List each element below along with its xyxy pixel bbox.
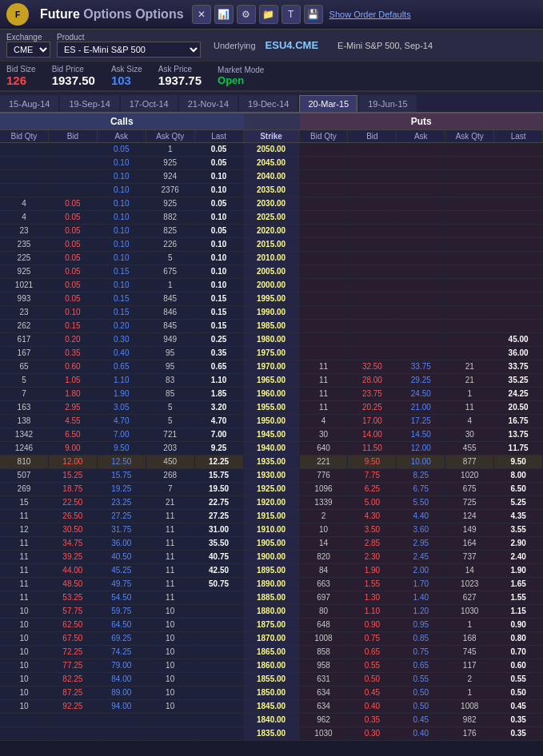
- c-ask[interactable]: 27.25: [98, 510, 146, 523]
- table-row[interactable]: 12 30.50 31.75 11 31.00 1910.00 10 3.50 …: [0, 523, 543, 537]
- table-row[interactable]: 11 26.50 27.25 11 27.25 1915.00 2 4.30 4…: [0, 510, 543, 523]
- p-ask[interactable]: [397, 265, 445, 278]
- c-bid[interactable]: [49, 714, 98, 726]
- p-ask[interactable]: [397, 238, 445, 251]
- c-bid[interactable]: 0.05: [49, 265, 98, 278]
- c-ask[interactable]: [98, 714, 146, 726]
- table-row[interactable]: 0.10 924 0.10 2040.00: [0, 170, 543, 184]
- c-ask[interactable]: 84.00: [98, 673, 146, 686]
- table-row[interactable]: 10 62.50 64.50 10 1875.00 648 0.90 0.95 …: [0, 619, 543, 632]
- p-bid[interactable]: [348, 157, 397, 169]
- p-bid[interactable]: 0.40: [348, 700, 397, 713]
- p-ask[interactable]: [397, 279, 445, 292]
- table-row[interactable]: 0.10 925 0.05 2045.00: [0, 157, 543, 170]
- table-row[interactable]: 1840.00 962 0.35 0.45 982 0.35: [0, 714, 543, 727]
- p-ask[interactable]: [397, 320, 445, 332]
- c-ask[interactable]: 0.10: [98, 197, 146, 210]
- c-ask[interactable]: 23.25: [98, 496, 146, 509]
- c-bid[interactable]: 26.50: [49, 510, 98, 523]
- tab-19-Sep-14[interactable]: 19-Sep-14: [60, 95, 118, 112]
- c-bid[interactable]: 0.15: [49, 320, 98, 332]
- table-row[interactable]: 11 44.00 45.25 11 42.50 1895.00 84 1.90 …: [0, 564, 543, 578]
- chart-icon[interactable]: 📊: [214, 5, 234, 24]
- c-ask[interactable]: 1.10: [98, 374, 146, 387]
- c-bid[interactable]: 6.50: [49, 428, 98, 441]
- p-bid[interactable]: 9.50: [348, 456, 397, 468]
- table-row[interactable]: 0.05 1 0.05 2050.00: [0, 143, 543, 157]
- p-ask[interactable]: [397, 225, 445, 237]
- c-ask[interactable]: 0.20: [98, 320, 146, 332]
- c-bid[interactable]: [49, 170, 98, 183]
- p-bid[interactable]: [348, 265, 397, 278]
- p-ask[interactable]: 6.75: [397, 483, 445, 495]
- c-bid[interactable]: 0.05: [49, 292, 98, 305]
- p-bid[interactable]: 1.55: [348, 578, 397, 591]
- c-ask[interactable]: 0.15: [98, 265, 146, 278]
- folder-icon[interactable]: 📁: [259, 5, 278, 24]
- c-ask[interactable]: 69.25: [98, 632, 146, 645]
- table-row[interactable]: 10 57.75 59.75 10 1880.00 80 1.10 1.20 1…: [0, 605, 543, 619]
- p-ask[interactable]: 5.50: [397, 496, 445, 509]
- p-ask[interactable]: 3.60: [397, 523, 445, 536]
- table-row[interactable]: 10 82.25 84.00 10 1855.00 631 0.50 0.55 …: [0, 673, 543, 686]
- c-ask[interactable]: 0.10: [98, 279, 146, 292]
- c-ask[interactable]: 40.50: [98, 551, 146, 563]
- p-ask[interactable]: 1.70: [397, 578, 445, 591]
- p-bid[interactable]: 28.00: [348, 374, 397, 387]
- show-defaults-link[interactable]: Show Order Defaults: [329, 10, 411, 19]
- c-ask[interactable]: 3.05: [98, 401, 146, 414]
- p-ask[interactable]: [397, 252, 445, 265]
- p-ask[interactable]: 0.65: [397, 659, 445, 672]
- p-ask[interactable]: [397, 333, 445, 346]
- c-ask[interactable]: 31.75: [98, 523, 146, 536]
- c-bid[interactable]: 0.05: [49, 211, 98, 224]
- p-ask[interactable]: 2.95: [397, 537, 445, 550]
- c-bid[interactable]: [49, 727, 98, 740]
- table-row[interactable]: 167 0.35 0.40 95 0.35 1975.00 36.00: [0, 347, 543, 360]
- p-bid[interactable]: 1.10: [348, 605, 397, 618]
- table-row[interactable]: 10 67.50 69.25 10 1870.00 1008 0.75 0.85…: [0, 632, 543, 646]
- product-select[interactable]: ES - E-Mini S&P 500: [57, 42, 201, 58]
- p-bid[interactable]: 23.75: [348, 388, 397, 400]
- p-ask[interactable]: 0.95: [397, 619, 445, 631]
- p-ask[interactable]: 24.50: [397, 388, 445, 400]
- p-bid[interactable]: 20.25: [348, 401, 397, 414]
- p-bid[interactable]: [348, 184, 397, 197]
- table-row[interactable]: 1835.00 1030 0.30 0.40 176 0.35: [0, 727, 543, 741]
- c-bid[interactable]: 53.25: [49, 591, 98, 604]
- p-ask[interactable]: [397, 197, 445, 210]
- c-bid[interactable]: 67.50: [49, 632, 98, 645]
- c-bid[interactable]: 62.50: [49, 619, 98, 631]
- p-bid[interactable]: [348, 306, 397, 319]
- c-bid[interactable]: 9.00: [49, 442, 98, 455]
- p-ask[interactable]: 0.50: [397, 686, 445, 699]
- c-ask[interactable]: 7.00: [98, 428, 146, 441]
- c-bid[interactable]: 0.10: [49, 306, 98, 319]
- c-ask[interactable]: 12.50: [98, 456, 146, 468]
- p-bid[interactable]: 0.30: [348, 727, 397, 740]
- table-row[interactable]: 11 53.25 54.50 11 1885.00 697 1.30 1.40 …: [0, 591, 543, 605]
- tab-17-Oct-14[interactable]: 17-Oct-14: [121, 95, 178, 112]
- table-row[interactable]: 163 2.95 3.05 5 3.20 1955.00 11 20.25 21…: [0, 401, 543, 415]
- c-bid[interactable]: 92.25: [49, 700, 98, 713]
- c-ask[interactable]: 49.75: [98, 578, 146, 591]
- p-bid[interactable]: 0.65: [348, 646, 397, 659]
- c-ask[interactable]: 0.05: [98, 143, 146, 156]
- p-bid[interactable]: [348, 333, 397, 346]
- tab-19-Jun-15[interactable]: 19-Jun-15: [359, 95, 417, 112]
- table-row[interactable]: 269 18.75 19.25 7 19.50 1925.00 1096 6.2…: [0, 483, 543, 496]
- c-bid[interactable]: 1.05: [49, 374, 98, 387]
- p-ask[interactable]: [397, 143, 445, 156]
- p-bid[interactable]: 1.30: [348, 591, 397, 604]
- p-bid[interactable]: [348, 320, 397, 332]
- table-row[interactable]: 15 22.50 23.25 21 22.75 1920.00 1339 5.0…: [0, 496, 543, 510]
- p-ask[interactable]: 21.00: [397, 401, 445, 414]
- table-row[interactable]: 23 0.05 0.10 825 0.05 2020.00: [0, 225, 543, 238]
- table-row[interactable]: 10 77.25 79.00 10 1860.00 958 0.55 0.65 …: [0, 659, 543, 673]
- p-ask[interactable]: 8.25: [397, 469, 445, 482]
- c-bid[interactable]: 4.55: [49, 415, 98, 428]
- c-ask[interactable]: 89.00: [98, 686, 146, 699]
- c-ask[interactable]: 0.40: [98, 347, 146, 360]
- c-bid[interactable]: 15.25: [49, 469, 98, 482]
- c-ask[interactable]: 0.10: [98, 225, 146, 237]
